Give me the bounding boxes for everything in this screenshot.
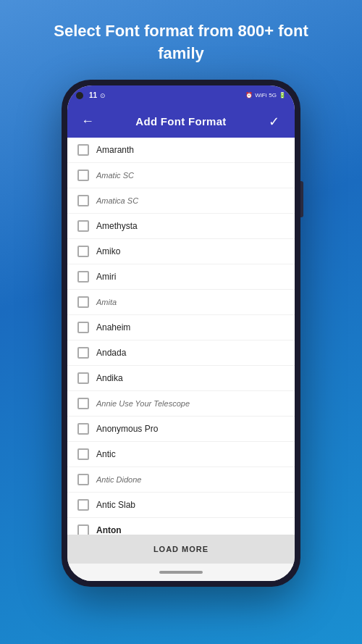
font-list-item[interactable]: Antic Slab	[67, 493, 295, 518]
font-name-label: Antic	[96, 449, 116, 459]
font-list-item[interactable]: Antic	[67, 442, 295, 467]
font-name-label: Amiko	[96, 246, 120, 256]
font-list-item[interactable]: Annie Use Your Telescope	[67, 391, 295, 417]
font-checkbox[interactable]	[77, 398, 89, 409]
font-checkbox[interactable]	[77, 220, 89, 232]
font-list-item[interactable]: Amaranth	[67, 138, 295, 163]
font-checkbox[interactable]	[77, 423, 89, 435]
font-checkbox[interactable]	[77, 322, 89, 333]
load-more-button[interactable]: LOAD MORE	[67, 535, 295, 564]
font-name-label: Amiri	[96, 272, 116, 282]
font-list-item[interactable]: Amita	[67, 290, 295, 315]
font-checkbox[interactable]	[77, 170, 89, 181]
font-list-item[interactable]: Anonymous Pro	[67, 417, 295, 442]
font-checkbox[interactable]	[77, 474, 89, 485]
font-list-item[interactable]: Amiri	[67, 264, 295, 290]
font-name-label: Antic Slab	[96, 500, 135, 510]
font-list-item[interactable]: Amatica SC	[67, 188, 295, 214]
font-name-label: Anaheim	[96, 322, 130, 333]
font-checkbox[interactable]	[77, 372, 89, 384]
font-list-item[interactable]: Anton	[67, 518, 295, 535]
battery-icon: 🔋	[279, 92, 286, 99]
font-checkbox[interactable]	[77, 499, 89, 511]
status-bar: 11 ⊙ ⏰ WiFi 5G 🔋	[67, 85, 295, 106]
phone-frame: 11 ⊙ ⏰ WiFi 5G 🔋 ← Add Font Format ✓ Ama…	[62, 80, 300, 587]
font-list-item[interactable]: Amiko	[67, 239, 295, 264]
side-button	[300, 181, 303, 217]
font-checkbox[interactable]	[77, 347, 89, 359]
status-time: 11	[89, 91, 97, 99]
font-list-item[interactable]: Amatic SC	[67, 163, 295, 188]
font-list-item[interactable]: Antic Didone	[67, 467, 295, 493]
font-checkbox[interactable]	[77, 296, 89, 308]
font-checkbox[interactable]	[77, 271, 89, 283]
app-bar: ← Add Font Format ✓	[67, 106, 295, 138]
font-name-label: Amaranth	[96, 145, 134, 155]
font-name-label: Amethysta	[96, 221, 138, 231]
font-list-item[interactable]: Amethysta	[67, 214, 295, 239]
font-list-item[interactable]: Anaheim	[67, 315, 295, 340]
status-right: ⏰ WiFi 5G 🔋	[245, 92, 286, 99]
font-list-item[interactable]: Andika	[67, 366, 295, 391]
font-checkbox[interactable]	[77, 448, 89, 460]
font-list-item[interactable]: Andada	[67, 340, 295, 366]
font-name-label: Andada	[96, 348, 126, 358]
back-button[interactable]: ←	[77, 114, 98, 129]
alarm-icon: ⏰	[245, 92, 253, 99]
page-header-text: Select Font format from 800+ font family	[0, 0, 362, 80]
app-bar-title: Add Font Format	[135, 115, 226, 127]
font-checkbox[interactable]	[77, 144, 89, 156]
confirm-button[interactable]: ✓	[264, 114, 285, 130]
camera-dot	[76, 92, 83, 99]
font-checkbox[interactable]	[77, 524, 89, 535]
font-name-label: Anton	[96, 525, 122, 535]
font-name-label: Amita	[96, 298, 117, 306]
font-name-label: Annie Use Your Telescope	[96, 399, 190, 408]
font-checkbox[interactable]	[77, 195, 89, 206]
home-bar	[159, 571, 203, 574]
wifi-icon: WiFi	[255, 92, 266, 99]
font-checkbox[interactable]	[77, 246, 89, 257]
status-left: 11 ⊙	[76, 91, 106, 99]
font-list[interactable]: AmaranthAmatic SCAmatica SCAmethystaAmik…	[67, 138, 295, 535]
font-name-label: Antic Didone	[96, 475, 141, 484]
signal-icon: 5G	[269, 92, 277, 99]
home-indicator	[67, 564, 295, 581]
font-name-label: Andika	[96, 373, 123, 383]
font-name-label: Anonymous Pro	[96, 424, 158, 434]
target-icon: ⊙	[100, 92, 106, 99]
font-name-label: Amatica SC	[96, 196, 138, 205]
phone-screen: 11 ⊙ ⏰ WiFi 5G 🔋 ← Add Font Format ✓ Ama…	[67, 85, 295, 581]
font-name-label: Amatic SC	[96, 171, 134, 180]
